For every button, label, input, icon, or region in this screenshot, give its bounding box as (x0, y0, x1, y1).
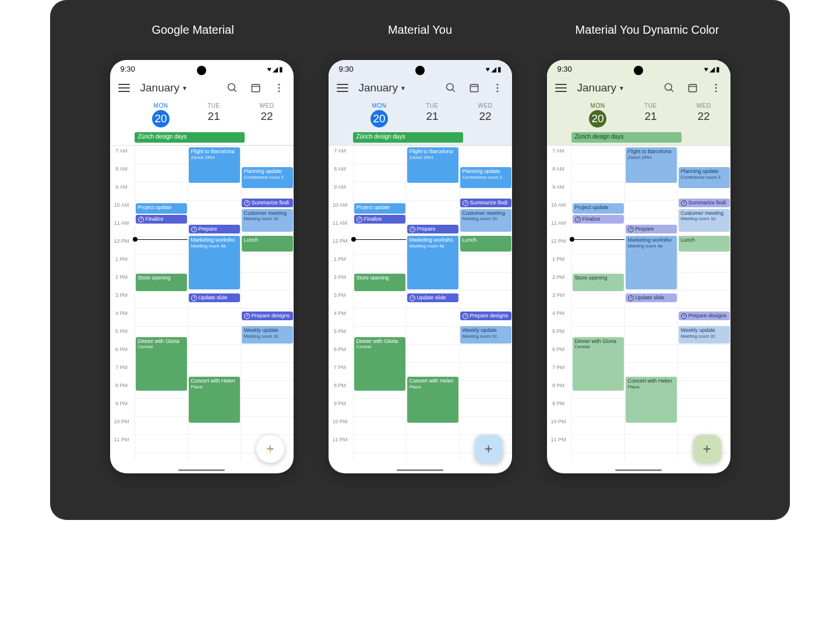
event-title: Weekly update (244, 327, 278, 333)
day-column[interactable]: Flight to BarcelonaZürich ZRHPrepare wor… (624, 146, 677, 460)
calendar-event[interactable]: Finalize presenta (573, 215, 624, 224)
calendar-event[interactable]: Update slide dec (407, 293, 458, 302)
day-header[interactable]: Wed 22 (459, 100, 512, 132)
day-header[interactable]: MON 20 (135, 100, 188, 132)
nav-handle[interactable] (615, 469, 662, 471)
calendar-event[interactable]: Update slide dec (189, 293, 240, 302)
calendar-event[interactable]: Summarize findi (242, 199, 293, 207)
search-icon[interactable] (444, 82, 457, 94)
calendar-event[interactable]: Summarize findi (679, 199, 730, 207)
create-event-fab[interactable]: + (256, 435, 284, 463)
calendar-event[interactable]: Lunch (679, 236, 730, 252)
day-header[interactable]: Tue 21 (624, 100, 677, 132)
day-column[interactable]: Flight to BarcelonaZürich ZRHPrepare wor… (188, 146, 241, 460)
calendar-event[interactable]: Prepare designs (679, 312, 730, 320)
day-header[interactable]: TUE 21 (188, 100, 241, 132)
day-column[interactable]: Flight to BarcelonaZürich ZRHPrepare wor… (406, 146, 459, 460)
time-label: 1 PM (110, 256, 133, 262)
more-vert-icon[interactable] (491, 82, 504, 94)
day-column[interactable]: Planning updateConference room 2Summariz… (677, 146, 730, 460)
calendar-event[interactable]: Update slide dec (626, 293, 677, 302)
day-header[interactable]: Mon 20 (571, 100, 624, 132)
calendar-event[interactable]: Store opening (136, 274, 187, 291)
calendar-event[interactable]: Concert with HelenPlaza (407, 377, 458, 423)
calendar-event[interactable]: Prepare worksho (407, 225, 458, 233)
calendar-event[interactable]: Prepare worksho (626, 225, 677, 233)
calendar-event[interactable]: Summarize findi (460, 199, 511, 207)
calendar-grid[interactable]: 7 AM8 AM9 AM10 AM11 AM12 PM1 PM2 PM3 PM4… (110, 146, 294, 460)
create-event-fab[interactable]: + (693, 435, 721, 463)
calendar-event[interactable]: Dinner with GloriaCentral (354, 337, 405, 391)
calendar-grid[interactable]: 7 AM8 AM9 AM10 AM11 AM12 PM1 PM2 PM3 PM4… (547, 146, 730, 460)
calendar-event[interactable]: Store opening (573, 274, 624, 291)
calendar-event[interactable]: Marketing workshoMeeting room 4a (189, 236, 240, 289)
calendar-event[interactable]: Prepare worksho (189, 225, 240, 233)
calendar-event[interactable]: Customer meetingMeeting room 1b (242, 209, 293, 232)
today-icon[interactable] (468, 82, 481, 94)
search-icon[interactable] (226, 82, 239, 94)
calendar-event[interactable]: Marketing workshoMeeting room 4a (626, 236, 677, 289)
calendar-event[interactable]: Project update (354, 203, 405, 214)
create-event-fab[interactable]: + (475, 435, 503, 463)
menu-icon[interactable] (118, 84, 130, 92)
calendar-event[interactable]: Weekly updateMeeting room 2c (679, 326, 730, 344)
more-vert-icon[interactable] (273, 82, 285, 94)
menu-icon[interactable] (555, 84, 567, 92)
allday-event[interactable]: Zürich design days (135, 132, 245, 143)
calendar-event[interactable]: Concert with HelenPlaza (189, 377, 240, 423)
nav-handle[interactable] (178, 469, 225, 471)
calendar-event[interactable]: Lunch (242, 236, 293, 252)
search-icon[interactable] (663, 82, 676, 94)
month-selector[interactable]: January ▼ (140, 82, 188, 94)
calendar-event[interactable]: Planning updateConference room 2 (679, 167, 730, 188)
calendar-event[interactable]: Flight to BarcelonaZürich ZRH (189, 147, 240, 183)
event-title: Prepare designs (689, 313, 727, 318)
task-check-icon (628, 295, 636, 300)
calendar-event[interactable]: Project update (573, 203, 624, 214)
time-label: 7 PM (547, 364, 570, 370)
calendar-event[interactable]: Prepare designs (460, 312, 511, 320)
day-header[interactable]: Mon 20 (353, 100, 406, 132)
day-column[interactable]: Project updateFinalize presentaStore ope… (135, 146, 188, 460)
calendar-event[interactable]: Finalize presenta (354, 215, 405, 224)
calendar-event[interactable]: Concert with HelenPlaza (626, 377, 677, 423)
calendar-event[interactable]: Customer meetingMeeting room 1b (679, 209, 730, 232)
day-header[interactable]: WED 22 (241, 100, 294, 132)
status-time: 9:30 (557, 65, 572, 73)
calendar-event[interactable]: Store opening (354, 274, 405, 291)
calendar-event[interactable]: Project update (136, 203, 187, 214)
menu-icon[interactable] (337, 84, 348, 92)
day-column[interactable]: Planning updateConference room 2Summariz… (241, 146, 294, 460)
nav-handle[interactable] (397, 469, 443, 471)
today-icon[interactable] (249, 82, 262, 94)
calendar-event[interactable]: Customer meetingMeeting room 1b (460, 209, 511, 232)
time-label: 5 PM (110, 328, 133, 334)
svg-point-18 (715, 84, 717, 86)
calendar-grid[interactable]: 7 AM8 AM9 AM10 AM11 AM12 PM1 PM2 PM3 PM4… (329, 146, 512, 460)
calendar-event[interactable]: Flight to BarcelonaZürich ZRH (626, 147, 677, 183)
allday-event[interactable]: Zürich design days (571, 132, 682, 143)
calendar-event[interactable]: Lunch (460, 236, 511, 252)
day-header[interactable]: Tue 21 (406, 100, 459, 132)
day-column[interactable]: Planning updateConference room 2Summariz… (459, 146, 512, 460)
calendar-event[interactable]: Weekly updateMeeting room 2c (460, 326, 511, 344)
event-location: Conference room 2 (681, 175, 728, 180)
calendar-event[interactable]: Planning updateConference room 2 (242, 167, 293, 188)
calendar-event[interactable]: Dinner with GloriaCentral (136, 337, 187, 391)
month-selector[interactable]: January ▼ (577, 82, 625, 94)
calendar-event[interactable]: Weekly updateMeeting room 2c (242, 326, 293, 344)
calendar-event[interactable]: Prepare designs (242, 312, 293, 320)
calendar-event[interactable]: Flight to BarcelonaZürich ZRH (407, 147, 458, 183)
today-icon[interactable] (686, 82, 699, 94)
calendar-event[interactable]: Finalize presenta (136, 215, 187, 224)
day-column[interactable]: Project updateFinalize presentaStore ope… (353, 146, 406, 460)
event-location: Zürich ZRH (191, 155, 238, 161)
day-header[interactable]: Wed 22 (677, 100, 730, 132)
calendar-event[interactable]: Planning updateConference room 2 (460, 167, 511, 188)
more-vert-icon[interactable] (710, 82, 722, 94)
calendar-event[interactable]: Dinner with GloriaCentral (573, 337, 624, 391)
month-selector[interactable]: January ▼ (359, 82, 407, 94)
day-column[interactable]: Project updateFinalize presentaStore ope… (571, 146, 624, 460)
calendar-event[interactable]: Marketing workshoMeeting room 4a (407, 236, 458, 289)
allday-event[interactable]: Zürich design days (353, 132, 463, 143)
